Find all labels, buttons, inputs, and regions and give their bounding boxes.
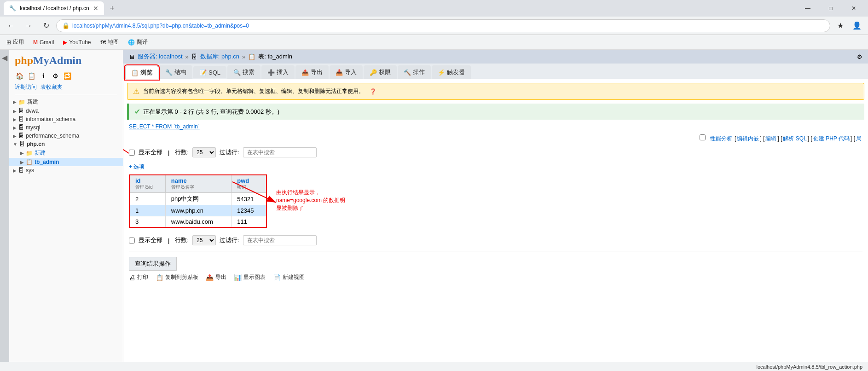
- svg-line-3: [232, 182, 276, 203]
- privileges-label: 权限: [379, 68, 391, 76]
- table-breadcrumb-icon: 📋: [248, 53, 255, 60]
- tab-triggers[interactable]: ⚡ 触发器: [432, 65, 471, 79]
- insert-icon: ➕: [267, 69, 275, 76]
- rows-select-bottom[interactable]: 25 50 100: [192, 235, 216, 245]
- new-view-action[interactable]: 📄 新建视图: [273, 273, 305, 281]
- db-link[interactable]: 数据库: php.cn: [200, 52, 239, 61]
- address-bar[interactable]: 🔒 localhost/phpMyAdmin4.8.5/sql.php?db=p…: [56, 19, 830, 32]
- minimize-button[interactable]: —: [797, 1, 818, 16]
- tab-sql[interactable]: 📝 SQL: [193, 66, 226, 78]
- settings-icon[interactable]: ⚙: [51, 71, 60, 81]
- sidebar-item-mysql[interactable]: ▶ 🗄 mysql: [9, 123, 123, 132]
- breadcrumb-settings[interactable]: ⚙: [857, 53, 862, 60]
- browser-tab[interactable]: 🔧 localhost / localhost / php.cn ✕: [4, 1, 104, 15]
- filter-input-bottom[interactable]: [243, 235, 317, 245]
- home-icon[interactable]: 🏠: [15, 71, 24, 81]
- info-icon[interactable]: ℹ: [39, 71, 48, 81]
- server-link[interactable]: 服务器: localhost: [138, 52, 183, 61]
- pma-nav-links: 近期访问 表收藏夹: [9, 82, 123, 95]
- edit-inline-link[interactable]: 编辑内嵌: [737, 135, 759, 142]
- back-button[interactable]: ←: [4, 18, 18, 33]
- import-icon: 📥: [336, 69, 343, 76]
- close-button[interactable]: ✕: [843, 1, 864, 16]
- new-view-label: 新建视图: [283, 273, 305, 281]
- tab-search[interactable]: 🔍 搜索: [227, 65, 260, 79]
- options-toggle[interactable]: + 选项: [129, 161, 267, 173]
- tab-privileges[interactable]: 🔑 权限: [364, 65, 397, 79]
- sidebar-item-information-schema[interactable]: ▶ 🗄 information_schema: [9, 115, 123, 123]
- col-name-link[interactable]: name: [171, 177, 187, 184]
- db-label: tb_admin: [35, 159, 59, 165]
- account-button[interactable]: 👤: [850, 18, 864, 33]
- export-icon: 📤: [206, 274, 214, 281]
- reload-button[interactable]: ↻: [39, 18, 53, 33]
- bookmark-apps[interactable]: ⊞ 应用: [4, 37, 27, 47]
- filter-label-bottom: 过滤行:: [220, 236, 239, 244]
- db-label: php.cn: [27, 141, 45, 147]
- sidebar-item-php-cn-new[interactable]: ▶ 📁 新建: [9, 148, 123, 158]
- db-icon: 🗄: [18, 167, 24, 174]
- chart-action[interactable]: 📊 显示图表: [234, 273, 266, 281]
- sidebar-item-dvwa[interactable]: ▶ 🗄 dvwa: [9, 107, 123, 115]
- table-row: 3 www.baidu.com 111: [129, 216, 266, 228]
- edit-link[interactable]: 编辑: [765, 135, 776, 142]
- perf-checkbox[interactable]: [700, 134, 706, 140]
- perf-analysis-link[interactable]: 性能分析: [710, 135, 732, 142]
- chart-label: 显示图表: [243, 273, 266, 281]
- show-all-label-bottom: 显示全部: [139, 236, 162, 244]
- sidebar-item-new[interactable]: ▶ 📁 新建: [9, 97, 123, 107]
- refresh-link[interactable]: 局: [856, 135, 862, 142]
- refresh-icon[interactable]: 🔁: [63, 71, 72, 81]
- pma-sidebar: phpMyAdmin 🏠 📋 ℹ ⚙ 🔁 近期访问 表收藏夹 ▶ 📁 新建: [9, 50, 123, 362]
- gmail-icon: M: [33, 39, 38, 46]
- filter-input-top[interactable]: [243, 147, 317, 157]
- sidebar-item-performance-schema[interactable]: ▶ 🗄 performance_schema: [9, 132, 123, 140]
- sidebar-item-sys[interactable]: ▶ 🗄 sys: [9, 166, 123, 174]
- success-text: 正在显示第 0 - 2 行 (共 3 行, 查询花费 0.0002 秒。): [143, 108, 279, 116]
- new-tab-button[interactable]: +: [106, 2, 119, 15]
- browse-icon: 📋: [131, 70, 139, 76]
- export-action[interactable]: 📤 导出: [206, 273, 226, 281]
- pma-tabs: 📋 浏览 🔧 结构 📝 SQL 🔍 搜索 ➕ 插入: [123, 64, 868, 79]
- recent-link[interactable]: 近期访问: [15, 83, 37, 91]
- sidebar-item-php-cn[interactable]: ▼ 🗄 php.cn: [9, 140, 123, 148]
- col-name-subtitle: 管理员名字: [171, 184, 226, 191]
- pma-icon-bar: 🏠 📋 ℹ ⚙ 🔁: [9, 70, 123, 82]
- tab-import[interactable]: 📥 导入: [330, 65, 363, 79]
- create-php-link[interactable]: 创建 PHP 代码: [813, 135, 850, 142]
- bookmark-youtube[interactable]: ▶ YouTube: [60, 38, 93, 46]
- print-action[interactable]: 🖨 打印: [129, 273, 148, 281]
- tab-browse[interactable]: 📋 浏览: [125, 66, 158, 79]
- help-icon[interactable]: ❓: [370, 88, 376, 95]
- bookmark-button[interactable]: ★: [833, 18, 848, 33]
- browser-titlebar: 🔧 localhost / localhost / php.cn ✕ + — □…: [0, 0, 868, 17]
- tab-operations[interactable]: 🔨 操作: [398, 65, 431, 79]
- sql-icon[interactable]: 📋: [27, 71, 36, 81]
- expand-icon: ▶: [13, 109, 17, 114]
- tab-insert[interactable]: ➕ 插入: [261, 65, 295, 79]
- expand-icon: ▶: [13, 133, 17, 139]
- tab-export[interactable]: 📤 导出: [295, 65, 329, 79]
- parse-sql-link[interactable]: 解析 SQL: [783, 135, 806, 142]
- rows-select[interactable]: 25 50 100: [192, 147, 216, 157]
- rows-label-bottom: 行数:: [175, 236, 189, 244]
- pma-logo: phpMyAdmin: [9, 50, 123, 70]
- bookmark-translate[interactable]: 🌐 翻译: [125, 37, 150, 47]
- tab-close-button[interactable]: ✕: [93, 5, 98, 12]
- db-breadcrumb-icon: 🗄: [191, 53, 197, 60]
- favorites-link[interactable]: 表收藏夹: [41, 83, 63, 91]
- show-all-checkbox-bottom[interactable]: [129, 238, 135, 243]
- show-all-checkbox[interactable]: [129, 150, 135, 156]
- success-box: ✔ 正在显示第 0 - 2 行 (共 3 行, 查询花费 0.0002 秒。): [127, 104, 864, 120]
- col-id-link[interactable]: id: [135, 177, 141, 184]
- privileges-icon: 🔑: [370, 69, 377, 76]
- bookmark-maps[interactable]: 🗺 地图: [98, 37, 122, 47]
- sidebar-collapse-button[interactable]: ◀: [0, 50, 9, 362]
- forward-button[interactable]: →: [21, 18, 36, 33]
- copy-clipboard-action[interactable]: 📋 复制到剪贴板: [156, 273, 198, 281]
- sidebar-item-tb-admin[interactable]: ▶ 📋 tb_admin: [9, 158, 123, 166]
- maximize-button[interactable]: □: [820, 1, 841, 16]
- sql-query-link[interactable]: SELECT * FROM `tb_admin`: [129, 123, 200, 130]
- tab-structure[interactable]: 🔧 结构: [159, 65, 192, 79]
- bookmark-gmail[interactable]: M Gmail: [30, 38, 57, 46]
